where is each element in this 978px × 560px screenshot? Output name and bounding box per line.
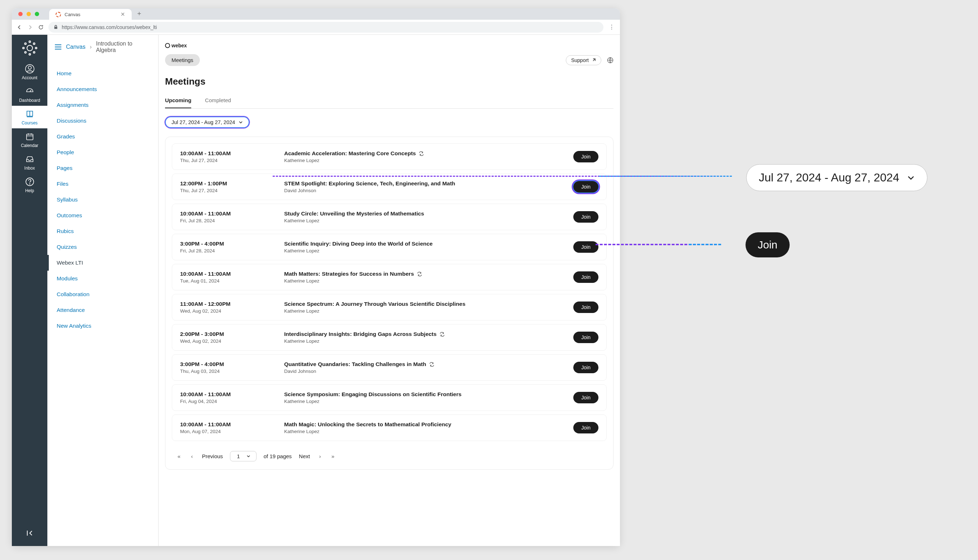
- maximize-window-icon[interactable]: [35, 12, 39, 16]
- new-tab-button[interactable]: ＋: [132, 7, 147, 20]
- date-range-picker[interactable]: Jul 27, 2024 - Aug 27, 2024: [165, 117, 249, 128]
- support-button[interactable]: Support: [566, 55, 601, 65]
- app-body: Account Dashboard Courses Calendar Inbox…: [12, 35, 620, 546]
- chevron-down-icon: [246, 454, 251, 458]
- link-assignments[interactable]: Assignments: [47, 97, 158, 113]
- webex-main: webex Meetings Support Meetings Upcoming: [159, 35, 620, 546]
- nav-help[interactable]: Help: [12, 173, 47, 196]
- browser-window: Canvas ✕ ＋ https://www.canvas.com/course…: [12, 8, 620, 546]
- meeting-title: Science Spectrum: A Journey Through Vari…: [284, 301, 573, 307]
- nav-inbox[interactable]: Inbox: [12, 151, 47, 173]
- link-modules[interactable]: Modules: [47, 271, 158, 287]
- globe-icon[interactable]: [607, 57, 614, 63]
- inbox-icon: [25, 155, 35, 164]
- meeting-host: Katherine Lopez: [284, 429, 573, 434]
- meeting-time-range: 10:00AM - 11:00AM: [180, 150, 284, 157]
- meetings-tabs: Upcoming Completed: [165, 97, 614, 108]
- minimize-window-icon[interactable]: [27, 12, 31, 16]
- meeting-title: Scientific Inquiry: Diving Deep into the…: [284, 240, 573, 247]
- meeting-title: Science Symposium: Engaging Discussions …: [284, 391, 573, 398]
- meeting-date: Mon, Aug 07, 2024: [180, 429, 284, 434]
- meeting-time: 12:00PM - 1:00PMThu, Jul 27, 2024: [180, 180, 284, 193]
- traffic-lights: [18, 12, 39, 16]
- nav-calendar[interactable]: Calendar: [12, 128, 47, 151]
- link-announcements[interactable]: Announcements: [47, 82, 158, 97]
- last-page-icon[interactable]: »: [330, 453, 336, 459]
- meeting-host: Katherine Lopez: [284, 338, 573, 344]
- join-button[interactable]: Join: [573, 181, 599, 193]
- nav-calendar-label: Calendar: [21, 143, 38, 148]
- first-page-icon[interactable]: «: [176, 453, 182, 459]
- link-people[interactable]: People: [47, 145, 158, 160]
- back-icon[interactable]: [16, 24, 23, 30]
- tab-completed[interactable]: Completed: [205, 97, 231, 108]
- breadcrumb-course[interactable]: Introduction to Algebra: [96, 40, 150, 53]
- link-files[interactable]: Files: [47, 176, 158, 192]
- meeting-info: STEM Spotlight: Exploring Science, Tech,…: [284, 180, 573, 193]
- join-button[interactable]: Join: [573, 302, 599, 313]
- browser-tab-canvas[interactable]: Canvas ✕: [49, 9, 132, 20]
- nav-dashboard[interactable]: Dashboard: [12, 83, 47, 106]
- external-link-icon: [592, 58, 596, 62]
- link-grades[interactable]: Grades: [47, 129, 158, 145]
- meeting-host: Katherine Lopez: [284, 278, 573, 283]
- link-outcomes[interactable]: Outcomes: [47, 208, 158, 223]
- meeting-row: 10:00AM - 11:00AMFri, Jul 28, 2024Study …: [172, 203, 607, 230]
- svg-point-6: [33, 43, 34, 45]
- link-syllabus[interactable]: Syllabus: [47, 192, 158, 208]
- prev-page-icon[interactable]: ‹: [189, 453, 195, 459]
- close-window-icon[interactable]: [18, 12, 23, 16]
- join-button[interactable]: Join: [573, 332, 599, 343]
- tab-upcoming[interactable]: Upcoming: [165, 97, 191, 108]
- link-webex-lti[interactable]: Webex LTI: [47, 255, 158, 271]
- page-select[interactable]: 1: [230, 451, 256, 462]
- canvas-logo-icon[interactable]: [20, 38, 40, 58]
- join-button[interactable]: Join: [573, 272, 599, 283]
- browser-menu-icon[interactable]: ⋮: [608, 24, 616, 30]
- next-page-icon[interactable]: ›: [317, 453, 323, 459]
- nav-account[interactable]: Account: [12, 61, 47, 83]
- join-button[interactable]: Join: [573, 241, 599, 253]
- next-label[interactable]: Next: [299, 453, 310, 459]
- meeting-time-range: 11:00AM - 12:00PM: [180, 301, 284, 307]
- join-button[interactable]: Join: [573, 362, 599, 373]
- nav-help-label: Help: [25, 188, 34, 193]
- dashboard-icon: [25, 87, 35, 96]
- join-button[interactable]: Join: [573, 422, 599, 433]
- meeting-time-range: 10:00AM - 11:00AM: [180, 391, 284, 398]
- meeting-time: 3:00PM - 4:00PMThu, Aug 03, 2024: [180, 361, 284, 374]
- meeting-row: 3:00PM - 4:00PMFri, Jul 28, 2024Scientif…: [172, 234, 607, 260]
- collapse-nav-icon[interactable]: [25, 529, 34, 537]
- meeting-info: Math Matters: Strategies for Success in …: [284, 271, 573, 283]
- join-button[interactable]: Join: [573, 151, 599, 162]
- nav-courses[interactable]: Courses: [12, 106, 47, 128]
- url-input[interactable]: https://www.canvas.com/courses/webex_lti: [48, 22, 604, 33]
- forward-icon[interactable]: [27, 24, 33, 30]
- join-button[interactable]: Join: [573, 211, 599, 223]
- link-collaboration[interactable]: Collaboration: [47, 287, 158, 302]
- meeting-date: Thu, Aug 03, 2024: [180, 368, 284, 374]
- hamburger-icon[interactable]: [55, 44, 62, 50]
- meeting-host: Katherine Lopez: [284, 308, 573, 314]
- join-button[interactable]: Join: [573, 392, 599, 403]
- meeting-title: Quantitative Quandaries: Tackling Challe…: [284, 361, 573, 367]
- current-page: 1: [237, 453, 240, 459]
- breadcrumb-root[interactable]: Canvas: [66, 44, 85, 50]
- recurring-icon: [417, 272, 422, 277]
- previous-label[interactable]: Previous: [202, 453, 223, 459]
- nav-inbox-label: Inbox: [24, 166, 35, 171]
- link-attendance[interactable]: Attendance: [47, 302, 158, 318]
- link-new-analytics[interactable]: New Analytics: [47, 318, 158, 334]
- link-discussions[interactable]: Discussions: [47, 113, 158, 129]
- link-rubics[interactable]: Rubics: [47, 223, 158, 239]
- meeting-time: 11:00AM - 12:00PMWed, Aug 02, 2024: [180, 301, 284, 314]
- meeting-time: 10:00AM - 11:00AMTue, Aug 01, 2024: [180, 271, 284, 283]
- link-pages[interactable]: Pages: [47, 160, 158, 176]
- svg-point-0: [27, 45, 32, 50]
- reload-icon[interactable]: [38, 24, 44, 30]
- link-home[interactable]: Home: [47, 66, 158, 82]
- meeting-info: Science Symposium: Engaging Discussions …: [284, 391, 573, 404]
- link-quizzes[interactable]: Quizzes: [47, 239, 158, 255]
- meetings-section-pill[interactable]: Meetings: [165, 54, 200, 66]
- tab-close-icon[interactable]: ✕: [120, 11, 125, 18]
